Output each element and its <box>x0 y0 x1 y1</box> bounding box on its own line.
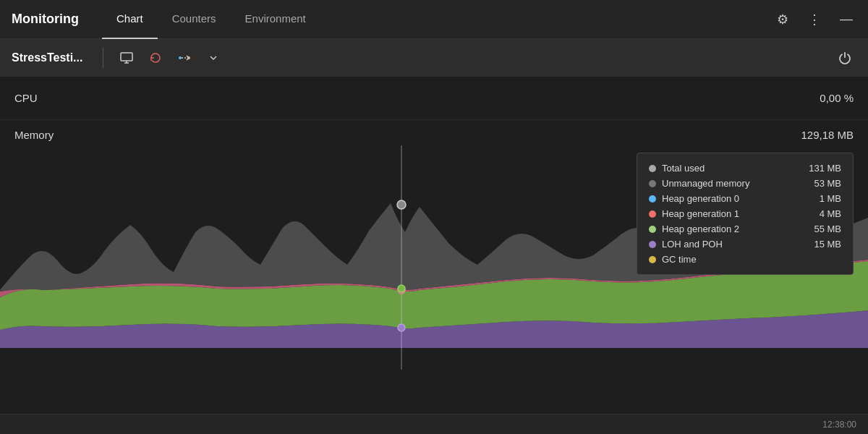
legend-item-name: GC time <box>662 254 801 265</box>
legend-item-name: Heap generation 2 <box>662 224 801 234</box>
legend-dot <box>649 226 656 233</box>
legend-row: GC time <box>649 252 841 267</box>
power-icon[interactable] <box>833 46 856 69</box>
memory-value: 129,18 MB <box>801 129 854 141</box>
legend-dot <box>649 241 656 248</box>
legend-item-name: Total used <box>662 163 801 174</box>
legend-dot <box>649 210 656 218</box>
memory-legend: Total used131 MBUnmanaged memory53 MBHea… <box>637 153 854 275</box>
legend-item-value: 4 MB <box>801 208 841 219</box>
legend-dot <box>649 256 656 263</box>
memory-header: Memory 129,18 MB <box>0 120 868 145</box>
legend-row: Heap generation 255 MB <box>649 221 841 237</box>
svg-point-7 <box>398 324 405 331</box>
svg-rect-0 <box>121 53 132 61</box>
chart-container: Total used131 MBUnmanaged memory53 MBHea… <box>0 145 868 370</box>
legend-row: Heap generation 14 MB <box>649 206 841 221</box>
settings-icon[interactable]: ⚙ <box>773 9 793 30</box>
nav-tabs: Chart Counters Environment <box>102 0 773 39</box>
svg-point-6 <box>398 285 405 292</box>
legend-item-name: Heap generation 1 <box>662 208 801 219</box>
route-icon[interactable] <box>173 46 196 69</box>
toolbar: StressTesti... <box>0 39 868 77</box>
app-title: Monitoring <box>12 12 79 27</box>
tab-environment[interactable]: Environment <box>231 0 320 39</box>
cpu-value: 0,00 % <box>820 92 854 104</box>
legend-dot <box>649 180 656 187</box>
toolbar-separator <box>103 48 103 68</box>
more-icon[interactable]: ⋮ <box>804 9 825 30</box>
svg-point-1 <box>179 56 182 59</box>
legend-item-value: 1 MB <box>801 193 841 204</box>
dropdown-icon[interactable] <box>202 46 225 69</box>
screen-icon[interactable] <box>115 46 138 69</box>
toolbar-title: StressTesti... <box>12 51 82 64</box>
nav-actions: ⚙ ⋮ — <box>773 9 856 30</box>
legend-item-name: Heap generation 0 <box>662 193 801 204</box>
legend-dot <box>649 195 656 203</box>
legend-item-value: 55 MB <box>801 224 841 234</box>
legend-item-value: 15 MB <box>801 239 841 250</box>
tab-chart[interactable]: Chart <box>102 0 158 39</box>
legend-row: Unmanaged memory53 MB <box>649 176 841 191</box>
bottom-time: 12:38:00 <box>822 420 856 430</box>
top-nav: Monitoring Chart Counters Environment ⚙ … <box>0 0 868 39</box>
minimize-icon[interactable]: — <box>836 9 856 30</box>
memory-label: Memory <box>14 129 54 141</box>
legend-item-value: 53 MB <box>801 178 841 189</box>
legend-row: Heap generation 01 MB <box>649 191 841 206</box>
legend-row: LOH and POH15 MB <box>649 237 841 252</box>
legend-item-name: Unmanaged memory <box>662 178 801 189</box>
legend-item-value: 131 MB <box>801 163 841 174</box>
legend-row: Total used131 MB <box>649 161 841 176</box>
svg-point-4 <box>397 200 406 209</box>
tab-counters[interactable]: Counters <box>158 0 231 39</box>
legend-dot <box>649 165 656 172</box>
cpu-label: CPU <box>14 92 38 104</box>
legend-item-name: LOH and POH <box>662 239 801 250</box>
cpu-section: CPU 0,00 % <box>0 77 868 120</box>
refresh-icon[interactable] <box>144 46 167 69</box>
bottom-bar: 12:38:00 <box>0 414 868 434</box>
